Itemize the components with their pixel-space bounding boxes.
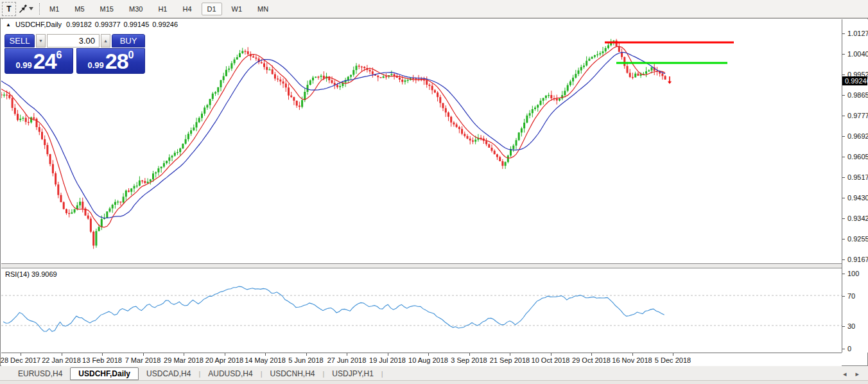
price-label-0.99525: 0.99525 (847, 71, 868, 78)
timeframe-button-w1[interactable]: W1 (226, 3, 248, 15)
tab-scroll-left-icon[interactable]: ◂ (843, 370, 847, 378)
chart-window-usdchf: ▲ USDCHF,Daily 0.99182 0.99377 0.99145 0… (0, 18, 868, 366)
date-label-8: 27 Jun 2018 (327, 356, 367, 364)
buy-price-big: 28 (105, 50, 128, 72)
rsi-axis-label-70: 70 (847, 292, 855, 300)
date-tick-16 (673, 353, 673, 356)
one-click-trading-widget: SELL ▼ 3.00 ▲ BUY 0.99 24 6 0.99 2 (4, 34, 145, 74)
price-label-0.97775: 0.97775 (847, 112, 868, 119)
text-tool-label: T (6, 4, 11, 13)
price-label-0.97775-tick (842, 116, 845, 116)
buy-price-prefix: 0.99 (87, 60, 103, 70)
volume-increase-button[interactable]: ▲ (101, 34, 110, 48)
price-label-0.96050: 0.96050 (847, 153, 868, 161)
price-label-0.98650: 0.98650 (847, 91, 868, 99)
price-label-1.01275: 1.01275 (847, 30, 868, 37)
date-label-9: 19 Jul 2018 (369, 356, 406, 364)
timeframe-button-m30[interactable]: M30 (123, 3, 148, 15)
toolbar-drag-handle[interactable] (39, 3, 40, 15)
date-label-6: 14 May 2018 (245, 356, 286, 364)
date-label-5: 20 Apr 2018 (205, 356, 243, 364)
chart-tab-usdcnh[interactable]: USDCNH,H4 (262, 367, 322, 380)
arrange-charts-button[interactable] (16, 2, 35, 16)
chart-tab-audusd[interactable]: AUDUSD,H4 (200, 367, 260, 380)
tab-scroll-controls: ◂▸ (843, 367, 868, 380)
date-label-2: 13 Feb 2018 (82, 356, 122, 364)
sell-button-label: SELL (10, 36, 30, 46)
timeframe-button-mn[interactable]: MN (252, 3, 274, 15)
volume-value: 3.00 (79, 36, 95, 46)
price-label-0.92550-tick (842, 239, 845, 240)
timeframe-button-h1[interactable]: H1 (152, 3, 173, 15)
timeframe-button-m15[interactable]: M15 (94, 3, 119, 15)
timeframe-button-m5[interactable]: M5 (69, 3, 90, 15)
volume-decrease-button[interactable]: ▼ (36, 34, 46, 48)
timeframe-button-d1[interactable]: D1 (202, 3, 222, 15)
chart-symbol-period: USDCHF,Daily (15, 21, 62, 28)
date-label-15: 16 Nov 2018 (612, 356, 652, 364)
sell-price-big: 24 (33, 50, 56, 72)
date-tick-12 (510, 353, 510, 356)
timeframe-button-m1[interactable]: M1 (44, 3, 65, 15)
price-label-0.94300-tick (842, 198, 845, 198)
ohlc-readout: 0.99182 0.99377 0.99145 0.99246 (66, 21, 178, 28)
chart-tab-usdjpy[interactable]: USDJPY,H1 (324, 367, 381, 380)
buy-button[interactable]: BUY (112, 34, 145, 48)
indicator-splitter[interactable] (1, 263, 842, 268)
timeframe-button-h4[interactable]: H4 (177, 3, 197, 15)
date-label-16: 5 Dec 2018 (655, 356, 691, 364)
rsi-axis-label-100-tick (842, 274, 845, 274)
sell-button[interactable]: SELL (4, 34, 35, 48)
rsi-indicator-canvas[interactable] (1, 268, 842, 353)
sell-arrow-marker (668, 76, 672, 84)
ohlc-close: 0.99246 (152, 21, 178, 28)
rsi-axis-label-70-tick (842, 296, 845, 297)
date-tick-8 (347, 353, 347, 356)
date-tick-2 (102, 353, 103, 356)
price-label-0.96925: 0.96925 (847, 132, 868, 140)
date-label-4: 29 Mar 2018 (164, 356, 204, 364)
ohlc-low: 0.99145 (124, 21, 150, 28)
price-label-0.91675: 0.91675 (847, 256, 868, 263)
date-label-13: 10 Oct 2018 (532, 356, 570, 364)
ohlc-high: 0.99377 (95, 21, 121, 28)
volume-input[interactable]: 3.00 (47, 34, 100, 48)
rsi-axis-label-30: 30 (847, 322, 855, 330)
date-tick-9 (388, 353, 388, 356)
date-label-7: 5 Jun 2018 (288, 356, 323, 364)
collapse-icon[interactable]: ▲ (6, 22, 11, 28)
date-tick-11 (469, 353, 470, 356)
date-tick-14 (591, 353, 592, 356)
date-axis[interactable]: 28 Dec 201722 Jan 201813 Feb 20187 Mar 2… (1, 353, 842, 366)
price-label-0.93425-tick (842, 218, 845, 219)
chart-tab-eurusd[interactable]: EURUSD,H4 (10, 367, 70, 380)
chart-tab-usdchf[interactable]: USDCHF,Daily (70, 367, 139, 380)
chart-tab-usdcad[interactable]: USDCAD,H4 (139, 367, 198, 380)
sell-price-box[interactable]: 0.99 24 6 (4, 48, 73, 74)
price-label-0.96925-tick (842, 136, 845, 137)
top-toolbar: T M1M5M15M30H1H4D1W1MN (0, 0, 868, 18)
date-tick-0 (21, 353, 21, 356)
date-label-14: 29 Oct 2018 (572, 356, 611, 364)
buy-price-box[interactable]: 0.99 28 0 (76, 48, 145, 74)
date-tick-3 (143, 353, 144, 356)
price-label-0.95175: 0.95175 (847, 173, 868, 181)
date-label-11: 3 Sep 2018 (451, 356, 487, 364)
price-label-0.99525-tick (842, 74, 845, 75)
price-label-0.96050-tick (842, 157, 845, 157)
price-label-0.94300: 0.94300 (847, 194, 868, 202)
text-tool-button[interactable]: T (2, 2, 16, 16)
sell-price-prefix: 0.99 (15, 60, 31, 70)
rsi-indicator-label: RSI(14) 39.9069 (5, 270, 57, 278)
date-tick-7 (306, 353, 307, 356)
price-label-1.00400: 1.00400 (847, 50, 868, 58)
tab-scroll-right-icon[interactable]: ▸ (855, 370, 859, 378)
date-label-10: 10 Aug 2018 (408, 356, 448, 364)
rsi-axis-label-0-tick (842, 349, 845, 349)
rsi-axis-label-0: 0 (847, 345, 851, 353)
price-axis[interactable]: 0.99246 1.012751.004000.995250.986500.97… (842, 19, 868, 353)
chart-tab-bar: EURUSD,H4USDCHF,DailyUSDCAD,H4|AUDUSD,H4… (0, 367, 868, 380)
spin-down-icon: ▼ (39, 39, 43, 43)
ma-slow-line (1, 53, 665, 218)
buy-button-label: BUY (120, 36, 137, 46)
